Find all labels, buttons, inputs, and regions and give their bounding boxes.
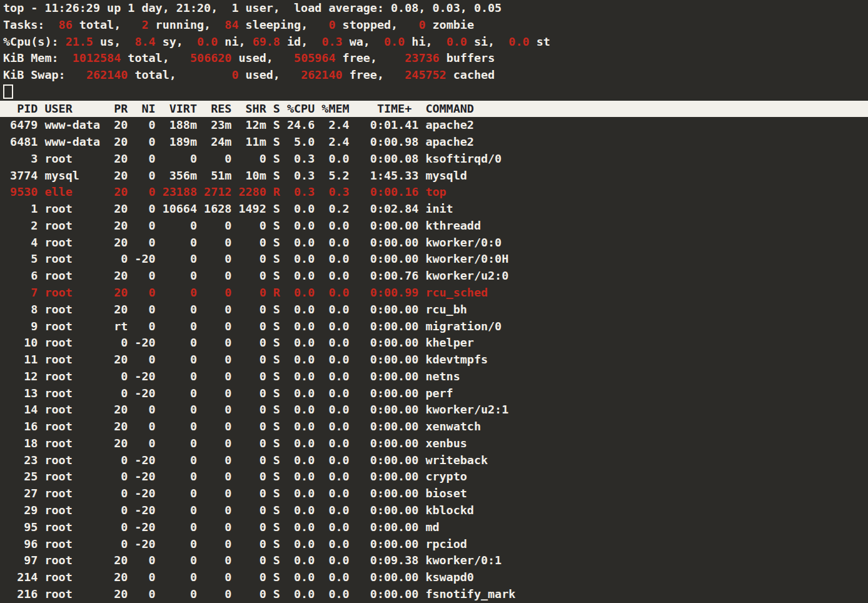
summary-label: free,: [343, 68, 405, 81]
process-row: 1 root 20 0 10664 1628 1492 S 0.0 0.2 0:…: [0, 201, 868, 218]
process-row: 9 root rt 0 0 0 0 S 0.0 0.0 0:00.00 migr…: [0, 318, 868, 335]
summary-label: KiB Swap:: [3, 68, 86, 81]
process-row: 14 root 20 0 0 0 0 S 0.0 0.0 0:00.00 kwo…: [0, 402, 868, 418]
swap-line: KiB Swap: 262140 total, 0 used, 262140 f…: [0, 67, 868, 84]
summary-label: si,: [467, 35, 508, 48]
summary-value: 262140: [301, 68, 342, 81]
summary-label: id,: [280, 35, 321, 48]
summary-value: 0: [231, 68, 238, 81]
summary-label: buffers: [440, 51, 495, 64]
summary-label: used,: [231, 51, 294, 64]
summary-value: 2: [141, 18, 148, 31]
mem-line: KiB Mem: 1012584 total, 506620 used, 505…: [0, 50, 868, 67]
summary-label: total,: [73, 18, 142, 31]
top-summary-area: top - 11:26:29 up 1 day, 21:20, 1 user, …: [0, 0, 868, 84]
process-row: 97 root 20 0 0 0 0 S 0.0 0.0 0:09.38 kwo…: [0, 552, 868, 569]
summary-label: st: [530, 35, 550, 48]
process-row: 13 root 0 -20 0 0 0 S 0.0 0.0 0:00.00 pe…: [0, 385, 868, 402]
process-row: 29 root 0 -20 0 0 0 S 0.0 0.0 0:00.00 kb…: [0, 502, 868, 519]
process-row: 6 root 20 0 0 0 0 S 0.0 0.0 0:00.76 kwor…: [0, 268, 868, 285]
terminal-screen[interactable]: top - 11:26:29 up 1 day, 21:20, 1 user, …: [0, 0, 868, 603]
process-row: 96 root 0 -20 0 0 0 S 0.0 0.0 0:00.00 rp…: [0, 536, 868, 553]
process-row: 10 root 0 -20 0 0 0 S 0.0 0.0 0:00.00 kh…: [0, 335, 868, 352]
process-row: 11 root 20 0 0 0 0 S 0.0 0.0 0:00.00 kde…: [0, 352, 868, 368]
summary-label: %Cpu(s):: [3, 35, 66, 48]
summary-label: ni,: [218, 35, 252, 48]
summary-value: 1012584: [73, 51, 121, 64]
summary-label: total,: [128, 68, 231, 81]
summary-value: 0.0: [508, 35, 529, 48]
summary-label: sleeping,: [239, 18, 329, 31]
summary-value: 0: [328, 18, 335, 31]
summary-label: zombie: [425, 18, 474, 31]
process-row: 12 root 0 -20 0 0 0 S 0.0 0.0 0:00.00 ne…: [0, 368, 868, 385]
summary-label: sy,: [156, 35, 197, 48]
summary-value: 0.0: [384, 35, 405, 48]
summary-label: cached: [447, 68, 495, 81]
summary-label: Tasks:: [3, 18, 59, 31]
summary-value: 86: [59, 18, 73, 31]
process-row: 18 root 20 0 0 0 0 S 0.0 0.0 0:00.00 xen…: [0, 435, 868, 452]
summary-value: 21.5: [66, 35, 93, 48]
tasks-line: Tasks: 86 total, 2 running, 84 sleeping,…: [0, 17, 868, 34]
process-row: 95 root 0 -20 0 0 0 S 0.0 0.0 0:00.00 md: [0, 519, 868, 536]
process-row: 214 root 20 0 0 0 0 S 0.0 0.0 0:00.00 ks…: [0, 569, 868, 586]
summary-label: top - 11:26:29 up 1 day, 21:20, 1 user, …: [3, 1, 502, 14]
process-table-header: PID USER PR NI VIRT RES SHR S %CPU %MEM …: [0, 101, 868, 118]
summary-label: us,: [93, 35, 134, 48]
summary-label: KiB Mem:: [3, 51, 73, 64]
process-row: 4 root 20 0 0 0 0 S 0.0 0.0 0:00.00 kwor…: [0, 235, 868, 251]
uptime-line: top - 11:26:29 up 1 day, 21:20, 1 user, …: [0, 0, 868, 17]
process-row: 2 root 20 0 0 0 0 S 0.0 0.0 0:00.00 kthr…: [0, 218, 868, 235]
process-row: 8 root 20 0 0 0 0 S 0.0 0.0 0:00.00 rcu_…: [0, 302, 868, 318]
summary-label: stopped,: [336, 18, 419, 31]
cpu-line: %Cpu(s): 21.5 us, 8.4 sy, 0.0 ni, 69.8 i…: [0, 34, 868, 51]
summary-value: 0.0: [447, 35, 467, 48]
summary-value: 84: [225, 18, 238, 31]
process-row: 6479 www-data 20 0 188m 23m 12m S 24.6 2…: [0, 117, 868, 134]
summary-value: 0.0: [197, 35, 218, 48]
summary-value: 23736: [405, 51, 439, 64]
summary-label: running,: [149, 18, 225, 31]
summary-value: 506620: [190, 51, 231, 64]
summary-value: 0.3: [321, 35, 342, 48]
summary-value: 262140: [86, 68, 128, 81]
process-row: 7 root 20 0 0 0 0 R 0.0 0.0 0:00.99 rcu_…: [0, 285, 868, 302]
process-table: 6479 www-data 20 0 188m 23m 12m S 24.6 2…: [0, 117, 868, 602]
process-row: 23 root 0 -20 0 0 0 S 0.0 0.0 0:00.00 wr…: [0, 452, 868, 469]
summary-value: 69.8: [253, 35, 280, 48]
cursor-line: [0, 84, 868, 101]
summary-value: 0: [418, 18, 425, 31]
process-row: 3774 mysql 20 0 356m 51m 10m S 0.3 5.2 1…: [0, 168, 868, 185]
summary-label: wa,: [343, 35, 384, 48]
process-row: 216 root 20 0 0 0 0 S 0.0 0.0 0:00.00 fs…: [0, 586, 868, 603]
process-row: 6481 www-data 20 0 189m 24m 11m S 5.0 2.…: [0, 134, 868, 151]
process-row: 3 root 20 0 0 0 0 S 0.3 0.0 0:00.08 ksof…: [0, 151, 868, 168]
process-row: 9530 elle 20 0 23188 2712 2280 R 0.3 0.3…: [0, 184, 868, 201]
summary-label: free,: [336, 51, 405, 64]
summary-label: hi,: [405, 35, 446, 48]
process-row: 16 root 20 0 0 0 0 S 0.0 0.0 0:00.00 xen…: [0, 418, 868, 435]
process-row: 5 root 0 -20 0 0 0 S 0.0 0.0 0:00.00 kwo…: [0, 251, 868, 268]
summary-value: 505964: [294, 51, 335, 64]
process-row: 27 root 0 -20 0 0 0 S 0.0 0.0 0:00.00 bi…: [0, 485, 868, 502]
summary-value: 8.4: [134, 35, 155, 48]
process-row: 25 root 0 -20 0 0 0 S 0.0 0.0 0:00.00 cr…: [0, 469, 868, 485]
summary-label: total,: [121, 51, 190, 64]
summary-label: used,: [238, 68, 301, 81]
summary-value: 245752: [405, 68, 446, 81]
text-cursor: [3, 84, 13, 99]
